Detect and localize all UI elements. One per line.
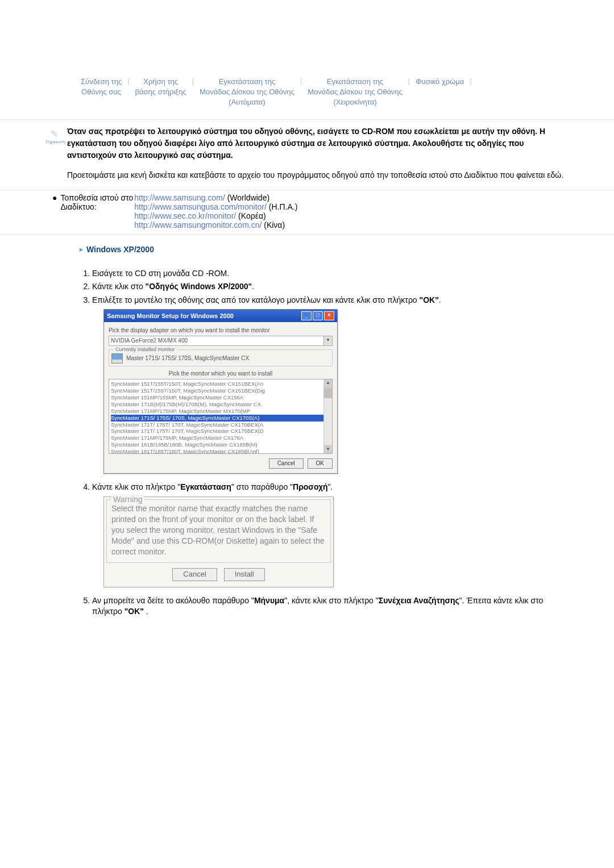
nav-separator: | bbox=[123, 77, 134, 85]
link-samsung-usa[interactable]: http://www.samsungusa.com/monitor/ bbox=[134, 202, 267, 211]
step-item: Κάντε κλικ στο πλήκτρο "Εγκατάσταση" στο… bbox=[92, 482, 569, 587]
link-suffix: (Worldwide) bbox=[225, 193, 269, 202]
link-suffix: (Κίνα) bbox=[262, 220, 285, 229]
note-paragraph: Προετοιμάστε μια κενή δισκέτα και κατεβά… bbox=[67, 169, 569, 181]
web-links-label: Τοποθεσία ιστού στο Διαδίκτυο: bbox=[60, 193, 133, 211]
warning-title: Warning bbox=[111, 494, 144, 506]
step-item: Εισάγετε το CD στη μονάδα CD -ROM. bbox=[92, 268, 569, 279]
warning-text: Select the monitor name that exactly mat… bbox=[111, 503, 326, 557]
step-item: Επιλέξτε το μοντέλο της οθόνης σας από τ… bbox=[92, 295, 569, 474]
cancel-button[interactable]: Cancel bbox=[172, 568, 217, 581]
top-nav: Σύνδεση της Οθόνης σας | Χρήση της βάσης… bbox=[0, 0, 614, 119]
warning-dialog: Warning Select the monitor name that exa… bbox=[103, 496, 334, 587]
dialog-text: Pick the display adapter on which you wa… bbox=[109, 327, 333, 335]
section-heading: ▸ Windows XP/2000 bbox=[0, 239, 614, 254]
close-icon[interactable]: × bbox=[324, 311, 334, 320]
scrollbar[interactable]: ▲ ▼ bbox=[323, 379, 332, 453]
list-item[interactable]: SyncMaster 171MP/175MP, MagicSyncMaster … bbox=[111, 408, 330, 415]
nav-tab-connect[interactable]: Σύνδεση της Οθόνης σας bbox=[80, 77, 123, 97]
list-item[interactable]: SyncMaster 181B/185B/180B, MagicSyncMast… bbox=[111, 441, 330, 448]
setup-dialog: Samsung Monitor Setup for Windows 2000 _… bbox=[103, 309, 338, 474]
step-item: Αν μπορείτε να δείτε το ακόλουθο παράθυρ… bbox=[92, 595, 569, 617]
adapter-dropdown[interactable]: NVIDIA GeForce2 MX/MX 400 ▼ bbox=[109, 336, 333, 346]
list-item[interactable]: SyncMaster 151T/155T/150T, MagicSyncMast… bbox=[111, 387, 330, 394]
list-item[interactable]: SyncMaster 151T/155T/150T, MagicSyncMast… bbox=[111, 381, 330, 387]
current-monitor-text: Master 171S/ 175S/ 170S, MagicSyncMaster… bbox=[126, 354, 249, 362]
dialog-titlebar: Samsung Monitor Setup for Windows 2000 _… bbox=[104, 310, 337, 322]
nav-tab-install-auto[interactable]: Εγκατάσταση της Μονάδας Δίσκου της Οθόνη… bbox=[198, 77, 296, 108]
dialog-text: Pick the monitor which you want to insta… bbox=[109, 370, 333, 378]
cancel-button[interactable]: Cancel bbox=[269, 458, 304, 469]
bullet-icon: ● bbox=[52, 193, 60, 202]
list-item[interactable]: SyncMaster 171S/ 175S/ 170S, MagicSyncMa… bbox=[111, 415, 330, 422]
monitor-listbox[interactable]: SyncMaster 151T/155T/150T, MagicSyncMast… bbox=[109, 379, 333, 454]
list-item[interactable]: SyncMaster 171T/ 175T/ 170T, MagicSyncMa… bbox=[111, 428, 330, 435]
nav-tab-stand[interactable]: Χρήση της βάσης στήριξης bbox=[134, 77, 188, 97]
nav-separator: | bbox=[404, 77, 414, 85]
install-button[interactable]: Install bbox=[224, 568, 265, 581]
note-bold-text: Όταν σας προτρέψει το λειτουργικό σύστημ… bbox=[67, 126, 569, 161]
nav-tab-natural-color[interactable]: Φυσικό χρώμα bbox=[414, 77, 465, 87]
list-item[interactable]: SyncMaster 171B(M)/175B(M)/170B(M), Magi… bbox=[111, 401, 330, 408]
dialog-title: Samsung Monitor Setup for Windows 2000 bbox=[107, 312, 234, 320]
maximize-icon[interactable]: □ bbox=[313, 311, 323, 320]
list-item[interactable]: SyncMaster 181T/185T/180T, MagicSyncMast… bbox=[111, 448, 330, 454]
nav-tab-install-manual[interactable]: Εγκατάσταση της Μονάδας Δίσκου της Οθόνη… bbox=[306, 77, 404, 108]
link-suffix: (Η.Π.Α.) bbox=[267, 202, 297, 211]
scroll-up-icon[interactable]: ▲ bbox=[324, 379, 332, 387]
step-item: Κάντε κλικ στο "Οδηγός Windows XP/2000". bbox=[92, 281, 569, 293]
steps-list: Εισάγετε το CD στη μονάδα CD -ROM. Κάντε… bbox=[0, 254, 614, 617]
list-item[interactable]: SyncMaster 171T/ 175T/ 170T, MagicSyncMa… bbox=[111, 422, 330, 428]
divider bbox=[0, 234, 614, 235]
list-item[interactable]: SyncMaster 151MP/155MP, MagicSyncMaster … bbox=[111, 394, 330, 401]
arrow-icon: ▸ bbox=[80, 245, 83, 253]
link-samsung-world[interactable]: http://www.samsung.com/ bbox=[134, 193, 225, 202]
scroll-thumb[interactable] bbox=[324, 388, 332, 398]
note-label: Σημείωση bbox=[45, 139, 63, 144]
link-sec-korea[interactable]: http://www.sec.co.kr/monitor/ bbox=[134, 211, 236, 220]
web-links-row: ● Τοποθεσία ιστού στο Διαδίκτυο: http://… bbox=[0, 190, 614, 229]
nav-separator: | bbox=[465, 77, 476, 85]
monitor-icon bbox=[111, 353, 123, 364]
scroll-down-icon[interactable]: ▼ bbox=[324, 445, 332, 453]
nav-separator: | bbox=[188, 77, 198, 85]
link-samsung-china[interactable]: http://www.samsungmonitor.com.cn/ bbox=[134, 220, 262, 229]
section-title: Windows XP/2000 bbox=[86, 245, 154, 254]
pin-icon: ✎ bbox=[51, 129, 58, 139]
adapter-value: NVIDIA GeForce2 MX/MX 400 bbox=[109, 336, 323, 345]
group-label: Currently installed monitor bbox=[114, 346, 177, 353]
note-section: ✎ Σημείωση Όταν σας προτρέψει το λειτουρ… bbox=[0, 119, 614, 190]
ok-button[interactable]: OK bbox=[308, 458, 333, 469]
link-suffix: (Κορέα) bbox=[236, 211, 265, 220]
nav-separator: | bbox=[296, 77, 306, 85]
minimize-icon[interactable]: _ bbox=[301, 311, 312, 320]
chevron-down-icon[interactable]: ▼ bbox=[323, 336, 332, 345]
list-item[interactable]: SyncMaster 171MP/175MP, MagicSyncMaster … bbox=[111, 435, 330, 441]
note-icon: ✎ Σημείωση bbox=[45, 126, 63, 144]
